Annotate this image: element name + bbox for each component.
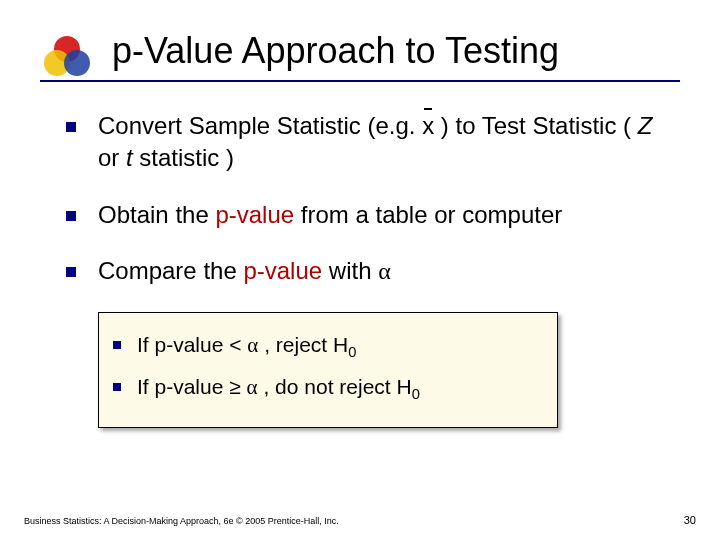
slide: p-Value Approach to Testing Convert Samp… <box>0 0 720 540</box>
decision-box: If p-value < α , reject H0 If p-value ≥ … <box>98 312 558 428</box>
slide-number: 30 <box>684 514 696 526</box>
subscript: 0 <box>348 344 356 360</box>
bullet-text: Compare the p-value with α <box>98 255 670 287</box>
bullet-1: Convert Sample Statistic (e.g. x ) to Te… <box>66 110 670 175</box>
t-symbol: t <box>126 144 133 171</box>
text: Convert Sample Statistic (e.g. <box>98 112 422 139</box>
text: from a table or computer <box>294 201 562 228</box>
sub-bullet-text: If p-value ≥ α , do not reject H0 <box>137 373 543 405</box>
bullet-icon <box>66 267 76 277</box>
p-value-term: p-value <box>243 257 322 284</box>
text: If p-value ≥ <box>137 375 247 398</box>
z-symbol: Z <box>638 112 653 139</box>
text: Obtain the <box>98 201 215 228</box>
bullet-3: Compare the p-value with α <box>66 255 670 287</box>
alpha-symbol: α <box>247 333 258 357</box>
sub-bullet-1: If p-value < α , reject H0 <box>113 331 543 363</box>
slide-title: p-Value Approach to Testing <box>112 30 680 72</box>
text: Compare the <box>98 257 243 284</box>
text: or <box>98 144 126 171</box>
bullet-text: Obtain the p-value from a table or compu… <box>98 199 670 231</box>
bullet-2: Obtain the p-value from a table or compu… <box>66 199 670 231</box>
bullet-text: Convert Sample Statistic (e.g. x ) to Te… <box>98 110 670 175</box>
xbar-symbol: x <box>422 110 434 142</box>
text: statistic ) <box>133 144 234 171</box>
text: , do not reject H <box>258 375 412 398</box>
logo-icon <box>44 36 94 78</box>
bullet-icon <box>66 211 76 221</box>
title-underline <box>40 80 680 82</box>
footer-citation: Business Statistics: A Decision-Making A… <box>24 516 339 526</box>
text: If p-value < <box>137 333 247 356</box>
sub-bullet-2: If p-value ≥ α , do not reject H0 <box>113 373 543 405</box>
bullet-icon <box>113 383 121 391</box>
text: , reject H <box>258 333 348 356</box>
text: with <box>322 257 378 284</box>
text: ) to Test Statistic ( <box>434 112 638 139</box>
bullet-icon <box>113 341 121 349</box>
p-value-term: p-value <box>215 201 294 228</box>
slide-content: Convert Sample Statistic (e.g. x ) to Te… <box>66 110 670 428</box>
sub-bullet-text: If p-value < α , reject H0 <box>137 331 543 363</box>
alpha-symbol: α <box>378 258 391 284</box>
bullet-icon <box>66 122 76 132</box>
alpha-symbol: α <box>247 375 258 399</box>
subscript: 0 <box>412 386 420 402</box>
